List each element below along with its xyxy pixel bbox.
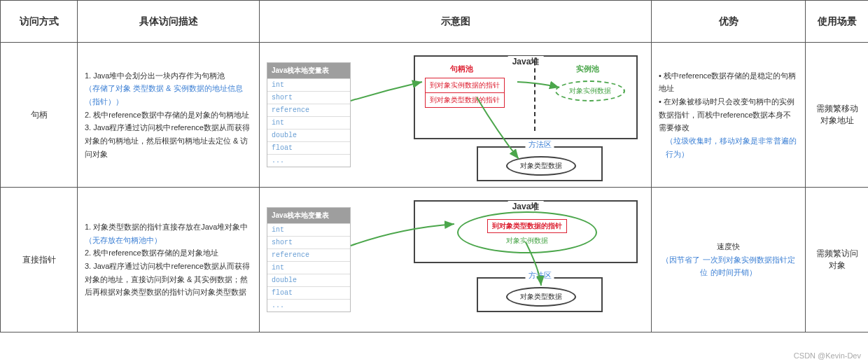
instance-pool-label: 实例池: [576, 64, 599, 74]
desc-line: 3. Java程序通过访问栈中reference数据从而获得对象的地址，直接访问…: [85, 260, 252, 299]
stack-row: int: [267, 78, 350, 91]
handle-pool-label: 句柄池: [450, 64, 473, 74]
adv-line: 在对象被移动时只会改变句柄中的实例数据指针，而栈中reference数据本身不需…: [659, 95, 798, 134]
heap-box: Java堆 到对象类型数据的指针 对象实例数据: [414, 200, 638, 263]
stack-row: short: [267, 91, 350, 104]
stack-row-reference: reference: [267, 104, 350, 116]
diagram-cell: Java栈本地变量表 int short reference int doubl…: [260, 43, 652, 188]
stack-row: double: [267, 129, 350, 141]
desc-line: 2. 栈中reference数据存储的是对象地址: [85, 246, 252, 260]
stack-row: short: [267, 236, 350, 248]
desc-line: 1. 对象类型数据的指针直接存放在Java堆对象中: [85, 220, 252, 234]
heap-box: Java堆 句柄池 实例池 到对象实例数据的指针 到对象类型数据的指针 对象实例…: [414, 55, 638, 139]
desc-line: 2. 栈中reference数据中存储的是对象的句柄地址: [85, 108, 252, 122]
stack-row: double: [267, 274, 350, 286]
instance-data-ellipse: 对象实例数据: [555, 80, 625, 102]
table-header-row: 访问方式 具体访问描述 示意图 优势 使用场景: [1, 1, 869, 43]
col-diagram: 示意图: [260, 1, 652, 43]
adv-line: 栈中reference数据存储的是稳定的句柄地址: [659, 69, 798, 95]
table-row: 句柄 1. Java堆中会划分出一块内存作为句柄池 （存储了对象 类型数据 & …: [1, 43, 869, 188]
handle-ptr-instance: 到对象实例数据的指针: [426, 78, 504, 92]
direct-pointer-diagram: Java栈本地变量表 int short reference int doubl…: [267, 193, 645, 326]
description-cell: 1. 对象类型数据的指针直接存放在Java堆对象中 （无存放在句柄池中） 2. …: [78, 188, 260, 332]
adv-line: 速度快: [659, 240, 798, 253]
scenario-cell: 需频繁访问对象: [806, 188, 869, 332]
stack-row: int: [267, 261, 350, 274]
method-label: 句柄: [1, 43, 78, 188]
method-label: 直接指针: [1, 188, 78, 332]
type-ptr-box: 到对象类型数据的指针: [487, 219, 567, 233]
stack-box: Java栈本地变量表 int short reference int doubl…: [267, 207, 351, 312]
stack-title: Java栈本地变量表: [267, 63, 350, 78]
desc-line: 3. Java程序通过访问栈中reference数据从而获得对象的句柄地址，然后…: [85, 121, 252, 160]
stack-row: int: [267, 116, 350, 129]
col-desc: 具体访问描述: [78, 1, 260, 43]
object-ellipse: 到对象类型数据的指针 对象实例数据: [457, 211, 597, 253]
adv-note: （垃圾收集时，移动对象是非常普遍的行为）: [666, 134, 798, 160]
table-row: 直接指针 1. 对象类型数据的指针直接存放在Java堆对象中 （无存放在句柄池中…: [1, 188, 869, 332]
description-cell: 1. Java堆中会划分出一块内存作为句柄池 （存储了对象 类型数据 & 实例数…: [78, 43, 260, 188]
heap-title: Java堆: [508, 56, 544, 68]
stack-box: Java栈本地变量表 int short reference int doubl…: [267, 62, 351, 167]
advantage-cell: 速度快 （因节省了 一次到对象实例数据指针定位 的时间开销）: [652, 188, 806, 332]
type-data-ellipse: 对象类型数据: [506, 287, 576, 307]
col-method: 访问方式: [1, 1, 78, 43]
method-area-title: 方法区: [526, 139, 554, 150]
stack-row: float: [267, 286, 350, 299]
method-area-title: 方法区: [526, 270, 554, 281]
scenario-cell: 需频繁移动对象地址: [806, 43, 869, 188]
adv-note: （因节省了 一次到对象实例数据指针定位 的时间开销）: [659, 253, 798, 279]
instance-data-text: 对象实例数据: [506, 236, 548, 246]
stack-row-reference: reference: [267, 248, 350, 261]
col-advantage: 优势: [652, 1, 806, 43]
handle-ptr-type: 到对象类型数据的指针: [426, 92, 504, 107]
method-area-box: 方法区 对象类型数据: [477, 277, 603, 312]
stack-row: ...: [267, 299, 350, 312]
advantage-cell: 栈中reference数据存储的是稳定的句柄地址 在对象被移动时只会改变句柄中的…: [652, 43, 806, 188]
diagram-cell: Java栈本地变量表 int short reference int doubl…: [260, 188, 652, 332]
handle-diagram: Java栈本地变量表 int short reference int doubl…: [267, 48, 645, 181]
stack-row: ...: [267, 154, 350, 167]
method-area-box: 方法区 对象类型数据: [477, 146, 603, 181]
stack-row: int: [267, 223, 350, 236]
desc-note: （无存放在句柄池中）: [85, 234, 252, 247]
col-scenario: 使用场景: [806, 1, 869, 43]
handle-table: 到对象实例数据的指针 到对象类型数据的指针: [425, 78, 505, 108]
comparison-table: 访问方式 具体访问描述 示意图 优势 使用场景 句柄 1. Java堆中会划分出…: [0, 0, 868, 332]
stack-title: Java栈本地变量表: [267, 208, 350, 223]
desc-note: （存储了对象 类型数据 & 实例数据的地址信息（指针））: [85, 82, 252, 108]
type-data-ellipse: 对象类型数据: [506, 156, 576, 176]
stack-row: float: [267, 141, 350, 154]
divider-line: [534, 61, 536, 131]
desc-line: 1. Java堆中会划分出一块内存作为句柄池: [85, 69, 252, 83]
